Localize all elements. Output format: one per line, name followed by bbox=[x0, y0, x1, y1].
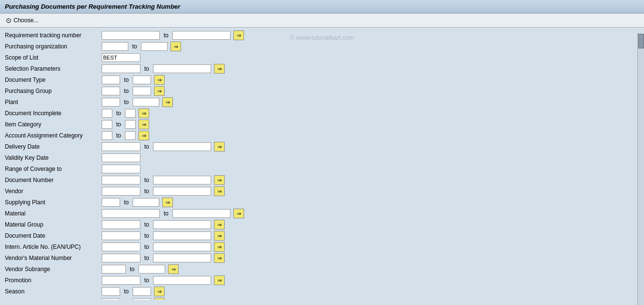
from-req-tracking[interactable] bbox=[102, 31, 160, 40]
from-vendor-subrange[interactable] bbox=[102, 265, 126, 274]
from-validity-key-date[interactable] bbox=[102, 153, 140, 162]
to-text-16: to bbox=[164, 210, 169, 217]
choose-button[interactable]: ⊙ Choose... bbox=[4, 15, 40, 25]
from-purch-group[interactable] bbox=[102, 87, 120, 95]
scrollbar-right[interactable] bbox=[637, 33, 644, 300]
row-doc-date: Document Date to ⇒ bbox=[5, 231, 639, 241]
row-acct-assign: Account Assignment Category to ⇒ bbox=[5, 131, 639, 140]
arrow-season-year[interactable]: ⇒ bbox=[154, 298, 165, 300]
from-vendor-mat-num[interactable] bbox=[102, 254, 140, 262]
arrow-vendor-mat-num[interactable]: ⇒ bbox=[214, 253, 225, 263]
from-season[interactable] bbox=[102, 287, 120, 296]
row-vendor: Vendor to ⇒ bbox=[5, 186, 639, 196]
to-text-3: to bbox=[144, 65, 149, 72]
row-vendor-subrange: Vendor Subrange to ⇒ bbox=[5, 264, 639, 274]
from-material-group[interactable] bbox=[102, 220, 140, 229]
from-season-year[interactable] bbox=[102, 298, 120, 300]
arrow-promotion[interactable]: ⇒ bbox=[214, 275, 225, 285]
arrow-vendor[interactable]: ⇒ bbox=[214, 186, 225, 196]
to-season[interactable] bbox=[133, 287, 151, 296]
from-doc-incomplete[interactable] bbox=[102, 109, 112, 118]
from-acct-assign[interactable] bbox=[102, 131, 112, 140]
row-doc-incomplete: Document Incomplete to ⇒ bbox=[5, 108, 639, 118]
arrow-req-tracking[interactable]: ⇒ bbox=[233, 30, 244, 40]
label-purch-group: Purchasing Group bbox=[5, 88, 102, 94]
to-text-4: to bbox=[124, 76, 129, 83]
to-text-13: to bbox=[144, 177, 149, 183]
arrow-purch-group[interactable]: ⇒ bbox=[154, 86, 165, 96]
from-range-coverage[interactable] bbox=[102, 165, 140, 173]
from-scope-list[interactable] bbox=[102, 53, 140, 62]
arrow-material-group[interactable]: ⇒ bbox=[214, 220, 225, 229]
row-season: Season to ⇒ bbox=[5, 287, 639, 296]
label-req-tracking: Requirement tracking number bbox=[5, 32, 102, 39]
label-item-category: Item Category bbox=[5, 121, 102, 128]
arrow-acct-assign[interactable]: ⇒ bbox=[138, 131, 149, 140]
to-item-category[interactable] bbox=[125, 120, 136, 129]
arrow-delivery-date[interactable]: ⇒ bbox=[214, 142, 225, 152]
from-ean-upc[interactable] bbox=[102, 243, 140, 251]
from-vendor[interactable] bbox=[102, 187, 140, 196]
label-vendor-subrange: Vendor Subrange bbox=[5, 266, 102, 273]
to-doc-number[interactable] bbox=[153, 176, 211, 184]
to-req-tracking[interactable] bbox=[172, 31, 230, 40]
arrow-selection-params[interactable]: ⇒ bbox=[214, 64, 225, 74]
from-supplying-plant[interactable] bbox=[102, 198, 120, 207]
to-text-23: to bbox=[124, 288, 129, 295]
to-text-24: to bbox=[124, 299, 129, 300]
arrow-season[interactable]: ⇒ bbox=[154, 287, 165, 296]
to-delivery-date[interactable] bbox=[153, 142, 211, 151]
from-promotion[interactable] bbox=[102, 276, 140, 285]
label-season-year: Season Year bbox=[5, 299, 102, 300]
scrollbar-thumb[interactable] bbox=[638, 34, 644, 48]
from-material[interactable] bbox=[102, 209, 160, 218]
to-acct-assign[interactable] bbox=[125, 131, 136, 140]
from-delivery-date[interactable] bbox=[102, 142, 140, 151]
to-material-group[interactable] bbox=[153, 220, 211, 229]
to-vendor-mat-num[interactable] bbox=[153, 254, 211, 262]
arrow-doc-number[interactable]: ⇒ bbox=[214, 175, 225, 185]
from-doc-number[interactable] bbox=[102, 176, 140, 184]
from-doc-date[interactable] bbox=[102, 231, 140, 240]
arrow-material[interactable]: ⇒ bbox=[233, 209, 244, 218]
from-purch-org[interactable] bbox=[102, 42, 128, 51]
arrow-plant[interactable]: ⇒ bbox=[162, 97, 173, 107]
to-material[interactable] bbox=[172, 209, 230, 218]
from-selection-params[interactable] bbox=[102, 64, 140, 73]
to-vendor[interactable] bbox=[153, 187, 211, 196]
to-text-20: to bbox=[144, 255, 149, 261]
label-supplying-plant: Supplying Plant bbox=[5, 199, 102, 206]
from-doc-type[interactable] bbox=[102, 76, 120, 84]
to-vendor-subrange[interactable] bbox=[138, 265, 165, 274]
to-promotion[interactable] bbox=[153, 276, 211, 285]
arrow-vendor-subrange[interactable]: ⇒ bbox=[168, 264, 179, 274]
to-purch-org[interactable] bbox=[141, 42, 168, 51]
row-material-group: Material Group to ⇒ bbox=[5, 220, 639, 229]
arrow-doc-type[interactable]: ⇒ bbox=[154, 75, 165, 85]
arrow-doc-incomplete[interactable]: ⇒ bbox=[138, 108, 149, 118]
arrow-item-category[interactable]: ⇒ bbox=[138, 120, 149, 129]
to-purch-group[interactable] bbox=[133, 87, 151, 95]
from-item-category[interactable] bbox=[102, 120, 112, 129]
from-plant[interactable] bbox=[102, 98, 120, 107]
to-doc-incomplete[interactable] bbox=[125, 109, 136, 118]
to-ean-upc[interactable] bbox=[153, 243, 211, 251]
arrow-supplying-plant[interactable]: ⇒ bbox=[162, 198, 173, 207]
to-plant[interactable] bbox=[133, 98, 159, 107]
to-doc-date[interactable] bbox=[153, 231, 211, 240]
to-selection-params[interactable] bbox=[153, 64, 211, 73]
toolbar: ⊙ Choose... © www.tutorialkart.com bbox=[0, 14, 644, 28]
to-doc-type[interactable] bbox=[133, 76, 151, 84]
to-text-9: to bbox=[116, 132, 121, 139]
to-season-year[interactable] bbox=[133, 298, 151, 300]
to-text-0: to bbox=[164, 32, 169, 39]
label-plant: Plant bbox=[5, 99, 102, 106]
arrow-doc-date[interactable]: ⇒ bbox=[214, 231, 225, 241]
to-text-6: to bbox=[124, 99, 129, 106]
row-purch-org: Purchasing organization to ⇒ bbox=[5, 42, 639, 51]
arrow-purch-org[interactable]: ⇒ bbox=[170, 42, 181, 51]
arrow-ean-upc[interactable]: ⇒ bbox=[214, 242, 225, 252]
row-material: Material to ⇒ bbox=[5, 209, 639, 218]
to-text-18: to bbox=[144, 232, 149, 239]
to-supplying-plant[interactable] bbox=[133, 198, 159, 207]
